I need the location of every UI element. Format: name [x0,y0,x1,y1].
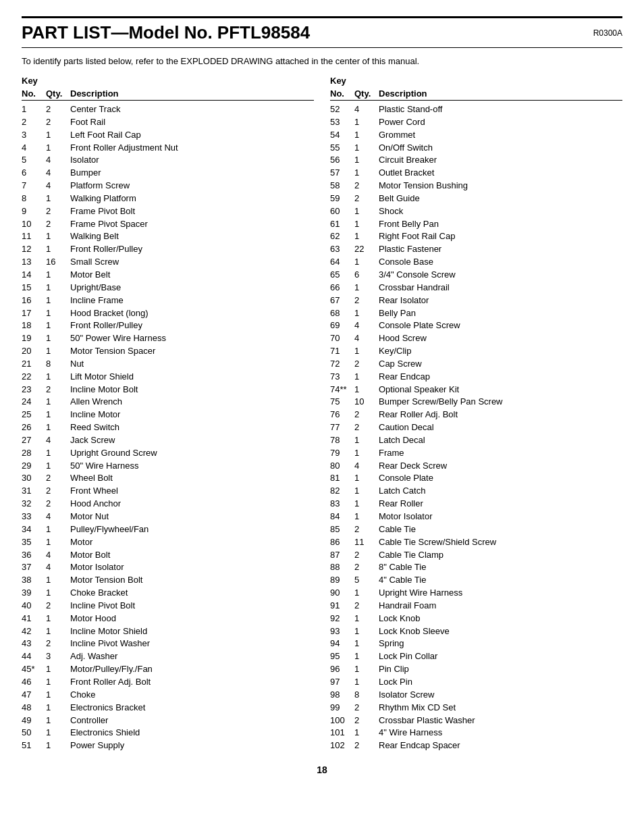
part-no: 31 [22,485,46,498]
part-no: 58 [330,180,354,192]
part-qty: 1 [46,282,70,294]
part-desc: Motor/Pulley/Fly./Fan [70,663,314,676]
part-desc: Upright/Base [70,282,314,294]
part-desc: Choke Bracket [70,587,314,600]
part-no: 89 [330,574,354,587]
part-qty: 1 [354,384,379,396]
part-qty: 4 [46,167,70,180]
part-desc: Incline Frame [70,294,314,307]
page-header: PART LIST—Model No. PFTL98584 R0300A [22,16,622,48]
part-no: 12 [22,243,46,256]
part-desc: 4" Wire Harness [379,727,622,739]
table-row: 44 3 Adj. Washer [22,650,314,663]
table-row: 97 1 Lock Pin [330,676,622,689]
part-desc: Front Roller/Pulley [70,319,314,332]
part-no: 52 [330,103,354,116]
right-col-key-header: Key [330,76,622,87]
part-desc: Incline Motor [70,409,314,421]
part-no: 34 [22,523,46,536]
part-qty: 4 [354,460,379,473]
part-qty: 1 [354,434,379,447]
part-desc: Hood Bracket (long) [70,307,314,320]
revision-label: R0300A [593,28,622,38]
part-desc: Walking Platform [70,192,314,205]
part-no: 17 [22,307,46,320]
table-row: 92 1 Lock Knob [330,613,622,625]
part-qty: 1 [354,282,379,294]
left-qty-header: Qty. [46,88,70,99]
part-no: 97 [330,676,354,689]
part-qty: 1 [46,192,70,205]
part-no: 10 [22,218,46,231]
part-no: 76 [330,409,354,421]
table-row: 6 4 Bumper [22,167,314,180]
part-qty: 1 [354,650,379,663]
part-desc: Nut [70,358,314,371]
part-no: 72 [330,358,354,371]
part-no: 11 [22,230,46,243]
part-no: 9 [22,205,46,218]
right-qty-header: Qty. [354,88,379,99]
part-no: 24 [22,396,46,409]
part-desc: Plastic Stand-off [379,103,622,116]
table-row: 41 1 Motor Hood [22,613,314,625]
part-qty: 4 [354,103,379,116]
part-qty: 2 [46,384,70,396]
right-desc-header: Description [379,88,622,99]
part-no: 63 [330,243,354,256]
table-row: 15 1 Upright/Base [22,282,314,294]
part-qty: 6 [354,269,379,282]
part-desc: Electronics Bracket [70,702,314,714]
table-row: 90 1 Upright Wire Harness [330,587,622,600]
table-row: 37 4 Motor Isolator [22,561,314,574]
part-qty: 1 [354,142,379,155]
part-desc: Lift Motor Shield [70,371,314,384]
table-row: 53 1 Power Cord [330,116,622,129]
part-no: 25 [22,409,46,421]
intro-text: To identify parts listed below, refer to… [22,56,622,66]
part-desc: Shock [379,205,622,218]
part-desc: Center Track [70,103,314,116]
part-desc: Front Belly Pan [379,218,622,231]
part-desc: Spring [379,637,622,650]
table-row: 20 1 Motor Tension Spacer [22,345,314,358]
table-row: 58 2 Motor Tension Bushing [330,180,622,192]
part-desc: Front Roller Adj. Bolt [70,676,314,689]
table-row: 14 1 Motor Belt [22,269,314,282]
part-no: 50 [22,727,46,739]
part-desc: 4" Cable Tie [379,574,622,587]
part-desc: Rear Roller [379,498,622,511]
table-row: 48 1 Electronics Bracket [22,702,314,714]
part-no: 20 [22,345,46,358]
part-qty: 2 [354,561,379,574]
part-no: 59 [330,192,354,205]
part-no: 101 [330,727,354,739]
part-no: 51 [22,739,46,752]
part-no: 55 [330,142,354,155]
part-qty: 4 [46,180,70,192]
part-no: 85 [330,523,354,536]
table-row: 99 2 Rhythm Mix CD Set [330,702,622,714]
part-no: 19 [22,332,46,345]
part-no: 40 [22,600,46,613]
part-qty: 4 [46,511,70,523]
part-qty: 1 [46,536,70,549]
part-qty: 10 [354,396,379,409]
part-qty: 2 [46,600,70,613]
part-desc: Handrail Foam [379,600,622,613]
part-qty: 1 [354,485,379,498]
part-qty: 1 [46,319,70,332]
part-qty: 1 [46,676,70,689]
table-row: 27 4 Jack Screw [22,434,314,447]
part-qty: 1 [46,230,70,243]
part-desc: Rear Endcap Spacer [379,739,622,752]
table-row: 47 1 Choke [22,689,314,702]
part-no: 2 [22,116,46,129]
table-row: 33 4 Motor Nut [22,511,314,523]
part-desc: Front Roller Adjustment Nut [70,142,314,155]
part-qty: 1 [354,613,379,625]
part-no: 98 [330,689,354,702]
table-row: 40 2 Incline Pivot Bolt [22,600,314,613]
part-no: 18 [22,319,46,332]
left-parts-list: 1 2 Center Track 2 2 Foot Rail 3 1 Left … [22,103,314,752]
